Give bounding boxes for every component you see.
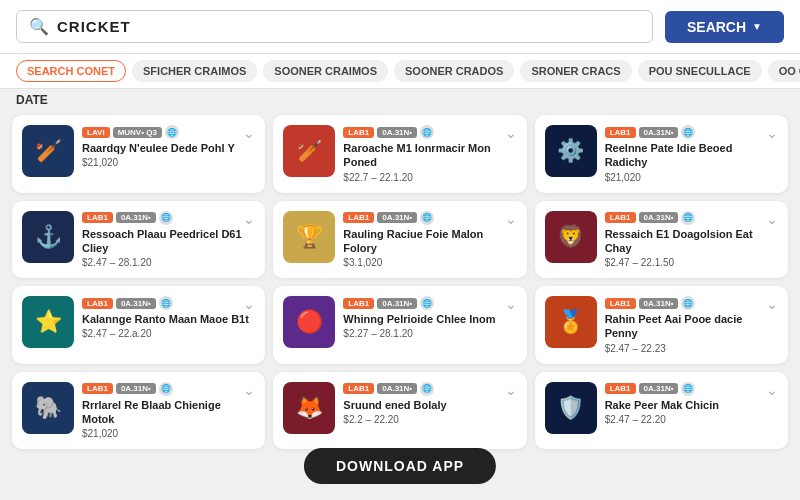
card-title: Ressaich E1 Doagolsion Eat Chay: [605, 227, 778, 256]
card-image-icon: 🏏: [35, 138, 62, 164]
card-badges: LAVI MUNV• Q3 🌐: [82, 125, 255, 139]
card-top: ⚙️ LAB1 0A.31N• 🌐 Reelnne Pate Idie Beoe…: [545, 125, 778, 183]
badge-date: 0A.31N•: [116, 298, 156, 309]
card-item[interactable]: ⭐ LAB1 0A.31N• 🌐 Kalannge Ranto Maan Mao…: [12, 286, 265, 364]
card-expand-icon[interactable]: ⌄: [243, 211, 255, 227]
card-item[interactable]: 🐘 LAB1 0A.31N• 🌐 Rrrlarel Re Blaab Chien…: [12, 372, 265, 450]
card-image-icon: 🦁: [557, 224, 584, 250]
badge-icon: 🌐: [420, 382, 434, 396]
card-image: 🔴: [283, 296, 335, 348]
tab-item-pou-snecullace[interactable]: POU SNECULLACE: [638, 60, 762, 82]
card-top: 🏏 LAB1 0A.31N• 🌐 Raroache M1 Ionrmacir M…: [283, 125, 516, 183]
card-badges: LAB1 0A.31N• 🌐: [82, 211, 255, 225]
card-top: 🛡️ LAB1 0A.31N• 🌐 Rake Peer Mak Chicin $…: [545, 382, 778, 434]
search-input[interactable]: [57, 18, 640, 35]
card-image-icon: 🏅: [557, 309, 584, 335]
card-title: Raardqy N'eulee Dede Pohl Y: [82, 141, 255, 155]
card-image-icon: ⚙️: [557, 138, 584, 164]
tab-item-sroner-cracs[interactable]: SRONER CRACS: [520, 60, 631, 82]
card-item[interactable]: 🏅 LAB1 0A.31N• 🌐 Rahin Peet Aai Pooe dac…: [535, 286, 788, 364]
card-expand-icon[interactable]: ⌄: [766, 382, 778, 398]
card-image-icon: 🏆: [296, 224, 323, 250]
card-content: LAB1 0A.31N• 🌐 Whinng Pelrioide Chlee In…: [343, 296, 516, 339]
card-title: Raroache M1 Ionrmacir Mon Poned: [343, 141, 516, 170]
badge-date: 0A.31N•: [377, 127, 417, 138]
card-price: $22.7 – 22.1.20: [343, 172, 516, 183]
card-badges: LAB1 0A.31N• 🌐: [605, 296, 778, 310]
chevron-down-icon: ▼: [752, 21, 762, 32]
download-app-banner[interactable]: DOWNLOAD APP: [304, 448, 496, 484]
badge-live: LAB1: [82, 383, 113, 394]
date-label: DATE: [0, 89, 800, 109]
card-expand-icon[interactable]: ⌄: [766, 211, 778, 227]
card-content: LAB1 0A.31N• 🌐 Reelnne Pate Idie Beoed R…: [605, 125, 778, 183]
badge-date: 0A.31N•: [639, 298, 679, 309]
card-expand-icon[interactable]: ⌄: [505, 382, 517, 398]
card-top: 🏅 LAB1 0A.31N• 🌐 Rahin Peet Aai Pooe dac…: [545, 296, 778, 354]
card-price: $2.27 – 28.1.20: [343, 328, 516, 339]
badge-live: LAB1: [343, 298, 374, 309]
card-image: ⭐: [22, 296, 74, 348]
badge-icon: 🌐: [681, 382, 695, 396]
card-image: 🏅: [545, 296, 597, 348]
card-item[interactable]: 🛡️ LAB1 0A.31N• 🌐 Rake Peer Mak Chicin $…: [535, 372, 788, 450]
badge-icon: 🌐: [681, 125, 695, 139]
card-top: 🔴 LAB1 0A.31N• 🌐 Whinng Pelrioide Chlee …: [283, 296, 516, 348]
card-content: LAB1 0A.31N• 🌐 Rahin Peet Aai Pooe dacie…: [605, 296, 778, 354]
card-item[interactable]: ⚙️ LAB1 0A.31N• 🌐 Reelnne Pate Idie Beoe…: [535, 115, 788, 193]
card-content: LAB1 0A.31N• 🌐 Rrrlarel Re Blaab Chienig…: [82, 382, 255, 440]
card-expand-icon[interactable]: ⌄: [243, 296, 255, 312]
card-expand-icon[interactable]: ⌄: [505, 211, 517, 227]
card-title: Rake Peer Mak Chicin: [605, 398, 778, 412]
badge-icon: 🌐: [165, 125, 179, 139]
card-item[interactable]: 🦊 LAB1 0A.31N• 🌐 Sruund ened Bolaly $2.2…: [273, 372, 526, 450]
card-top: ⭐ LAB1 0A.31N• 🌐 Kalannge Ranto Maan Mao…: [22, 296, 255, 348]
card-badges: LAB1 0A.31N• 🌐: [605, 382, 778, 396]
card-expand-icon[interactable]: ⌄: [766, 296, 778, 312]
card-title: Reelnne Pate Idie Beoed Radichy: [605, 141, 778, 170]
card-image: 🦁: [545, 211, 597, 263]
card-expand-icon[interactable]: ⌄: [243, 125, 255, 141]
badge-icon: 🌐: [681, 296, 695, 310]
badge-live: LAB1: [343, 212, 374, 223]
badge-live: LAB1: [343, 383, 374, 394]
card-price: $2.47 – 22.23: [605, 343, 778, 354]
card-badges: LAB1 0A.31N• 🌐: [343, 382, 516, 396]
card-content: LAB1 0A.31N• 🌐 Raroache M1 Ionrmacir Mon…: [343, 125, 516, 183]
tab-item-search-conet[interactable]: SEARCH CONET: [16, 60, 126, 82]
badge-live: LAB1: [605, 127, 636, 138]
card-title: Ressoach Plaau Peedricel D61 Cliey: [82, 227, 255, 256]
card-image: 🏏: [22, 125, 74, 177]
tab-item-sooner-crados[interactable]: SOONER CRADOS: [394, 60, 514, 82]
card-image-icon: 🦊: [296, 395, 323, 421]
tab-item-sficher-craimos[interactable]: SFICHER CRAIMOS: [132, 60, 257, 82]
card-expand-icon[interactable]: ⌄: [243, 382, 255, 398]
card-item[interactable]: 🏆 LAB1 0A.31N• 🌐 Rauling Raciue Foie Mal…: [273, 201, 526, 279]
badge-date: 0A.31N•: [116, 212, 156, 223]
card-expand-icon[interactable]: ⌄: [766, 125, 778, 141]
search-button-label: SEARCH: [687, 19, 746, 35]
card-expand-icon[interactable]: ⌄: [505, 125, 517, 141]
card-content: LAB1 0A.31N• 🌐 Ressaich E1 Doagolsion Ea…: [605, 211, 778, 269]
card-item[interactable]: 🔴 LAB1 0A.31N• 🌐 Whinng Pelrioide Chlee …: [273, 286, 526, 364]
card-item[interactable]: 🦁 LAB1 0A.31N• 🌐 Ressaich E1 Doagolsion …: [535, 201, 788, 279]
badge-icon: 🌐: [159, 382, 173, 396]
badge-live: LAB1: [605, 212, 636, 223]
card-item[interactable]: ⚓ LAB1 0A.31N• 🌐 Ressoach Plaau Peedrice…: [12, 201, 265, 279]
badge-icon: 🌐: [420, 125, 434, 139]
card-price: $3.1,020: [343, 257, 516, 268]
card-price: $21,020: [82, 157, 255, 168]
search-button[interactable]: SEARCH ▼: [665, 11, 784, 43]
badge-date: MUNV• Q3: [113, 127, 162, 138]
card-content: LAB1 0A.31N• 🌐 Ressoach Plaau Peedricel …: [82, 211, 255, 269]
card-image-icon: 🛡️: [557, 395, 584, 421]
card-item[interactable]: 🏏 LAB1 0A.31N• 🌐 Raroache M1 Ionrmacir M…: [273, 115, 526, 193]
search-icon: 🔍: [29, 17, 49, 36]
search-bar: 🔍: [16, 10, 653, 43]
tab-item-oo-oner-crados[interactable]: OO ONER CRADOS: [768, 60, 800, 82]
card-image: 🏏: [283, 125, 335, 177]
card-expand-icon[interactable]: ⌄: [505, 296, 517, 312]
card-price: $21,020: [605, 172, 778, 183]
card-item[interactable]: 🏏 LAVI MUNV• Q3 🌐 Raardqy N'eulee Dede P…: [12, 115, 265, 193]
tab-item-sooner-craimos[interactable]: SOONER CRAIMOS: [263, 60, 388, 82]
